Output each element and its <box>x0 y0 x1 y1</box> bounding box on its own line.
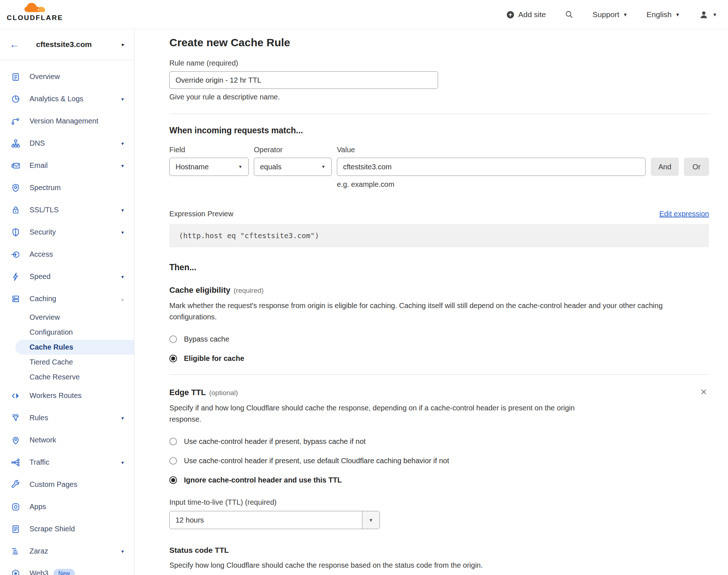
operator-label: Operator <box>254 146 332 154</box>
lightning-icon <box>11 272 20 281</box>
support-menu[interactable]: Support ▼ <box>593 10 627 19</box>
and-button[interactable]: And <box>651 158 679 176</box>
envelope-icon <box>11 161 20 170</box>
sidebar-item-version-management[interactable]: Version Management <box>0 110 134 132</box>
value-input[interactable] <box>337 158 646 176</box>
site-expand-icon[interactable]: ▸ <box>122 41 125 48</box>
sidebar-item-network[interactable]: Network <box>0 429 134 451</box>
sidebar-item-apps[interactable]: Apps <box>0 496 134 518</box>
sidebar-item-zaraz[interactable]: Zaraz ▾ <box>0 540 134 562</box>
language-menu[interactable]: English ▼ <box>646 10 680 19</box>
radio-option-bypass-cache[interactable]: Bypass cache <box>169 335 709 343</box>
chevron-down-icon: ▼ <box>623 12 627 17</box>
match-row: Hostname ▼ equals ▼ And Or <box>169 158 709 176</box>
sidebar-item-email[interactable]: Email ▾ <box>0 154 134 177</box>
edit-expression-link[interactable]: Edit expression <box>659 210 709 218</box>
required-tag: (required) <box>234 287 264 294</box>
sidebar-subitem-cache-rules[interactable]: Cache Rules <box>15 340 134 355</box>
rule-name-label: Rule name (required) <box>169 59 709 67</box>
sidebar-item-ssl-tls[interactable]: SSL/TLS ▾ <box>0 199 134 221</box>
site-name: cftestsite3.com <box>36 40 122 49</box>
sidebar-item-rules[interactable]: Rules ▾ <box>0 407 134 429</box>
sidebar-item-scrape-shield[interactable]: Scrape Shield <box>0 518 134 540</box>
sidebar-item-web3[interactable]: Web3 New <box>0 562 134 575</box>
expression-preview-label: Expression Preview <box>169 210 233 218</box>
edge-ttl-description: Specify if and how long Cloudflare shoul… <box>169 402 599 425</box>
chevron-down-icon: ▼ <box>321 164 326 169</box>
search-button[interactable] <box>565 10 574 19</box>
sidebar-item-speed[interactable]: Speed ▾ <box>0 265 134 288</box>
account-menu[interactable]: ▼ <box>699 10 717 20</box>
add-site-button[interactable]: Add site <box>506 10 546 19</box>
chevron-down-icon: ▾ <box>121 141 124 146</box>
sidebar-nav: Overview Analytics & Logs ▾ Version Mana… <box>0 60 134 575</box>
sidebar-item-analytics-logs[interactable]: Analytics & Logs ▾ <box>0 88 134 110</box>
chevron-down-icon: ▼ <box>712 12 717 17</box>
sidebar-item-custom-pages[interactable]: Custom Pages <box>0 473 134 496</box>
operator-select[interactable]: equals ▼ <box>254 158 332 176</box>
sidebar-subitem-tiered-cache[interactable]: Tiered Cache <box>0 355 134 370</box>
expression-code: (http.host eq "cftestsite3.com") <box>169 224 709 247</box>
ttl-input-label: Input time-to-live (TTL) (required) <box>169 498 709 507</box>
radio-option-eligible-for-cache[interactable]: Eligible for cache <box>169 354 709 363</box>
ttl-select[interactable]: 12 hours ▼ <box>169 511 380 529</box>
code-brackets-icon <box>11 391 20 401</box>
site-header: ← cftestsite3.com ▸ <box>0 29 134 60</box>
main-content: Create new Cache Rule Rule name (require… <box>134 29 728 575</box>
chevron-down-icon: ▾ <box>121 460 124 465</box>
cache-eligibility-description: Mark whether the request's response from… <box>169 300 709 323</box>
section-divider <box>169 374 709 375</box>
hexagon-node-icon <box>11 569 20 575</box>
chevron-down-icon: ▾ <box>121 274 124 280</box>
add-site-label: Add site <box>518 10 546 19</box>
chevron-down-icon: ▾ <box>121 163 124 169</box>
sidebar-subitem-cache-reserve[interactable]: Cache Reserve <box>0 370 134 385</box>
pie-chart-icon <box>11 94 20 104</box>
stacked-bars-icon <box>11 547 20 556</box>
sidebar-item-caching[interactable]: Caching ▴ <box>0 288 134 310</box>
edge-ttl-heading: Edge TTL(optional) <box>169 388 709 397</box>
shield-icon <box>11 228 20 237</box>
sidebar-item-access[interactable]: Access <box>0 243 134 265</box>
field-label: Field <box>169 146 249 154</box>
match-column-labels: Field Operator Value <box>169 146 709 154</box>
cloudflare-logo[interactable]: CLOUDFLARE <box>7 2 63 22</box>
funnel-icon <box>11 413 20 423</box>
sidebar-item-dns[interactable]: DNS ▾ <box>0 132 134 154</box>
then-heading: Then... <box>169 263 709 272</box>
sidebar: ← cftestsite3.com ▸ Overview Analytics &… <box>0 29 134 575</box>
lock-icon <box>11 205 20 215</box>
sidebar-subitem-configuration[interactable]: Configuration <box>0 325 134 340</box>
close-icon[interactable]: × <box>700 386 707 397</box>
expression-header: Expression Preview Edit expression <box>169 210 709 218</box>
rule-name-input[interactable] <box>169 71 438 89</box>
radio-selected-icon[interactable] <box>169 355 177 362</box>
value-help: e.g. example.com <box>337 180 709 189</box>
field-select[interactable]: Hostname ▼ <box>169 158 249 176</box>
sidebar-item-overview[interactable]: Overview <box>0 66 134 88</box>
radio-option-use-header-default[interactable]: Use cache-control header if present, use… <box>169 457 709 465</box>
radio-icon[interactable] <box>169 438 177 445</box>
clipboard-icon <box>11 72 20 82</box>
radio-selected-icon[interactable] <box>169 476 177 484</box>
cloudflare-cloud-icon <box>21 2 49 15</box>
radio-icon[interactable] <box>169 335 177 343</box>
document-icon <box>11 524 20 534</box>
sidebar-item-spectrum[interactable]: Spectrum <box>0 177 134 199</box>
sidebar-item-workers-routes[interactable]: Workers Routes <box>0 385 134 407</box>
back-arrow-icon[interactable]: ← <box>9 39 19 50</box>
user-icon <box>699 10 709 20</box>
radio-icon[interactable] <box>169 457 177 465</box>
sidebar-subitem-caching-overview[interactable]: Overview <box>0 310 134 325</box>
support-label: Support <box>593 10 619 19</box>
chevron-down-icon: ▾ <box>121 548 124 554</box>
chevron-down-icon[interactable]: ▼ <box>362 511 379 529</box>
chevron-down-icon: ▼ <box>675 12 680 17</box>
sidebar-item-traffic[interactable]: Traffic ▾ <box>0 451 134 473</box>
or-button[interactable]: Or <box>684 158 709 176</box>
branch-icon <box>11 117 20 126</box>
radio-option-ignore-header-use-ttl[interactable]: Ignore cache-control header and use this… <box>169 476 709 484</box>
chevron-up-icon: ▴ <box>121 296 124 302</box>
sidebar-item-security[interactable]: Security ▾ <box>0 221 134 243</box>
radio-option-use-header-bypass[interactable]: Use cache-control header if present, byp… <box>169 437 709 446</box>
